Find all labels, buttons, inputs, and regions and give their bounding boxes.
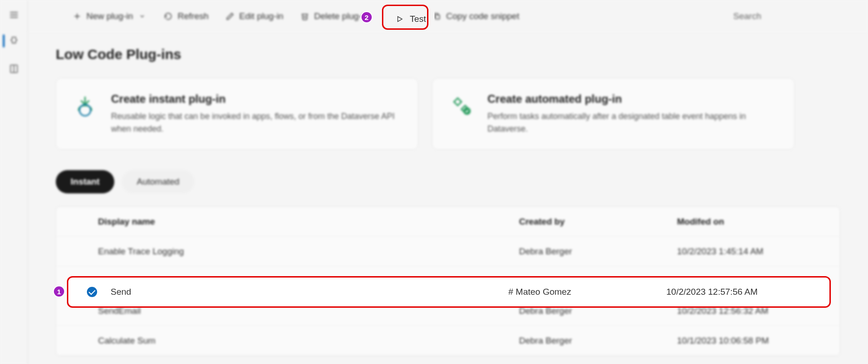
toolbar: New plug-in Refresh Edit plug-in Delete …: [28, 0, 868, 33]
search-placeholder: Search: [733, 11, 761, 21]
search-input[interactable]: Search: [727, 7, 857, 26]
page-title: Low Code Plug-ins: [56, 46, 840, 62]
rail-item-plugins[interactable]: [0, 33, 27, 48]
card-instant-desc: Reusable logic that can be invoked in ap…: [111, 110, 402, 135]
play-icon: [395, 14, 404, 24]
cell-by: Debra Berger: [519, 336, 677, 346]
copy-label: Copy code snippet: [446, 11, 519, 21]
cell-name: Enable Trace Logging: [98, 246, 519, 257]
svg-point-9: [79, 105, 91, 116]
plug-icon: [448, 93, 474, 119]
edit-label: Edit plug-in: [239, 11, 283, 21]
cell-on: 10/2/2023 12:57:56 AM: [666, 287, 824, 297]
card-automated-title: Create automated plug-in: [487, 93, 778, 106]
cell-name: Send: [111, 287, 508, 297]
main-content: Low Code Plug-ins Create instant plug-in…: [28, 33, 868, 364]
table-row[interactable]: Enable Trace Logging Debra Berger 10/2/2…: [56, 237, 840, 266]
test-label: Test: [410, 14, 426, 24]
card-instant-plugin[interactable]: Create instant plug-in Reusable logic th…: [56, 78, 418, 150]
cell-by: # Mateo Gomez: [508, 287, 666, 297]
pencil-icon: [225, 12, 235, 21]
refresh-label: Refresh: [178, 11, 209, 21]
rail-item-book[interactable]: [0, 61, 27, 76]
tab-automated[interactable]: Automated: [122, 170, 194, 193]
check-icon[interactable]: [87, 287, 97, 297]
plugin-icon: [8, 35, 20, 46]
svg-rect-8: [435, 15, 440, 19]
new-plugin-button[interactable]: New plug-in: [66, 7, 153, 26]
copy-snippet-button[interactable]: Copy code snippet: [426, 7, 526, 26]
plus-icon: [72, 12, 82, 21]
col-display-name: Display name: [98, 217, 519, 227]
book-icon: [8, 63, 20, 74]
hamburger-icon[interactable]: [8, 9, 20, 20]
table-row-selected[interactable]: Send # Mateo Gomez 10/2/2023 12:57:56 AM: [69, 277, 829, 307]
card-automated-plugin[interactable]: Create automated plug-in Perform tasks a…: [432, 78, 795, 150]
callout-badge-2: 2: [361, 11, 373, 23]
tab-instant[interactable]: Instant: [56, 170, 114, 193]
new-plugin-label: New plug-in: [86, 11, 133, 21]
tap-icon: [72, 93, 98, 119]
cell-on: 10/1/2023 10:06:58 PM: [677, 336, 835, 346]
refresh-icon: [164, 12, 173, 21]
edit-plugin-button[interactable]: Edit plug-in: [219, 7, 290, 26]
trash-icon: [300, 12, 309, 21]
cell-name: SendEmail: [98, 306, 519, 316]
cell-name: Calculate Sum: [98, 336, 519, 346]
left-rail: [0, 0, 28, 364]
col-modified-on: Modifed on: [677, 217, 835, 227]
callout-badge-1: 1: [53, 285, 65, 298]
test-button[interactable]: Test: [387, 9, 434, 29]
svg-marker-11: [398, 17, 402, 22]
chevron-down-icon: [138, 12, 147, 21]
cell-by: Debra Berger: [519, 306, 677, 316]
card-automated-desc: Perform tasks automatically after a desi…: [487, 110, 778, 135]
cell-on: 10/2/2023 1:45:14 AM: [677, 246, 835, 257]
cell-by: Debra Berger: [519, 246, 677, 257]
table-row[interactable]: Calculate Sum Debra Berger 10/1/2023 10:…: [56, 326, 840, 356]
col-created-by: Created by: [519, 217, 677, 227]
refresh-button[interactable]: Refresh: [157, 7, 215, 26]
cell-on: 10/2/2023 12:56:32 AM: [677, 306, 835, 316]
card-instant-title: Create instant plug-in: [111, 93, 402, 106]
